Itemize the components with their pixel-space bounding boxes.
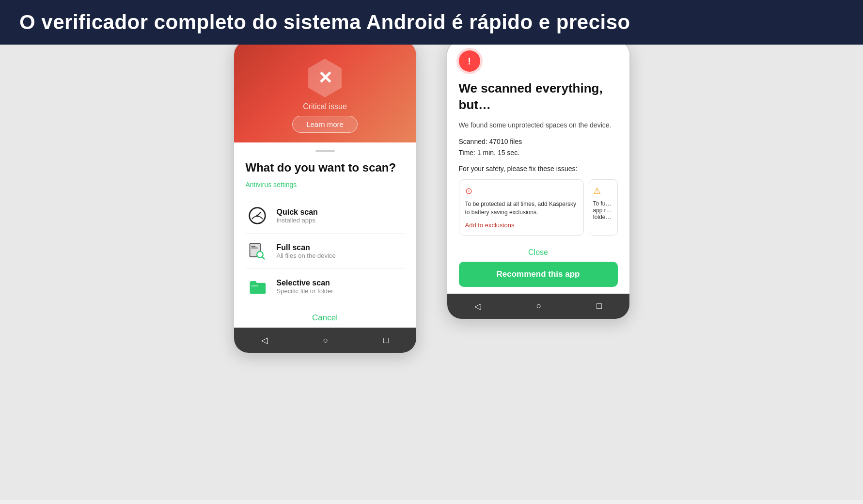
recommend-button[interactable]: Recommend this app [459,262,618,287]
header-title: O verificador completo do sistema Androi… [19,11,630,34]
selective-scan-option[interactable]: Selective scan Specific file or folder [246,269,405,304]
scan-title: What do you want to scan? [246,160,405,175]
safety-note: For your safety, please fix these issues… [459,165,618,173]
svg-line-6 [262,257,265,259]
critical-issue-text: Critical issue [303,102,347,111]
back-nav-icon[interactable]: ◁ [261,335,268,346]
main-content: ✕ Critical issue Learn more What do you … [0,45,863,500]
home-nav-icon-right[interactable]: ○ [536,301,542,311]
critical-icon-container: ✕ [306,59,345,97]
drag-handle [315,150,335,152]
critical-issue-section: ✕ Critical issue Learn more [234,45,416,142]
scan-stats: Scanned: 47010 files Time: 1 min. 15 sec… [459,136,618,159]
cancel-button[interactable]: Cancel [312,313,338,323]
cancel-btn-wrap: Cancel [246,304,405,328]
left-phone-nav-bar: ◁ ○ □ [234,328,416,353]
battery-issue-icon: ⊙ [465,186,578,196]
folder-icon [246,275,269,298]
recents-nav-icon-right[interactable]: □ [596,301,602,311]
issue-card-partial: ⚠ To fu…app r…folde… [589,179,618,236]
partial-issue-text: To fu…app r…folde… [593,200,613,220]
recents-nav-icon[interactable]: □ [383,335,389,346]
alert-circle-icon: ! [459,50,480,72]
issue-card-battery: ⊙ To be protected at all times, add Kasp… [459,179,584,236]
full-scan-text: Full scan All files on the device [277,243,336,259]
battery-issue-text: To be protected at all times, add Kasper… [465,200,578,217]
quick-scan-text: Quick scan Installed apps [277,208,318,224]
header-banner: O verificador completo do sistema Androi… [0,0,863,45]
add-exclusions-link[interactable]: Add to exclusions [465,221,515,229]
home-nav-icon[interactable]: ○ [323,335,329,346]
right-phone-nav-bar: ◁ ○ □ [447,294,629,319]
scanned-description: We found some unprotected spaces on the … [459,120,618,130]
quick-scan-option[interactable]: Quick scan Installed apps [246,198,405,234]
magnify-icon [246,239,269,263]
scan-bottom-sheet: What do you want to scan? Antivirus sett… [234,142,416,328]
scan-result-section: ! We scanned everything, but… We found s… [447,45,629,294]
svg-rect-3 [251,246,255,247]
svg-rect-4 [251,248,258,249]
selective-scan-text: Selective scan Specific file or folder [277,279,333,295]
speedometer-icon [246,204,269,227]
svg-rect-7 [251,285,258,286]
antivirus-settings-link[interactable]: Antivirus settings [246,181,405,189]
close-button[interactable]: Close [528,248,548,257]
phone-left-mockup: ✕ Critical issue Learn more What do you … [233,45,417,354]
full-scan-option[interactable]: Full scan All files on the device [246,234,405,269]
critical-x-icon: ✕ [318,69,332,87]
warning-issue-icon: ⚠ [593,186,613,196]
issues-row: ⊙ To be protected at all times, add Kasp… [459,179,618,236]
phone-right-mockup: ! We scanned everything, but… We found s… [446,45,630,320]
scanned-title: We scanned everything, but… [459,80,618,113]
back-nav-icon-right[interactable]: ◁ [474,301,481,312]
learn-more-button[interactable]: Learn more [292,116,358,133]
close-link-wrap: Close [459,243,618,262]
